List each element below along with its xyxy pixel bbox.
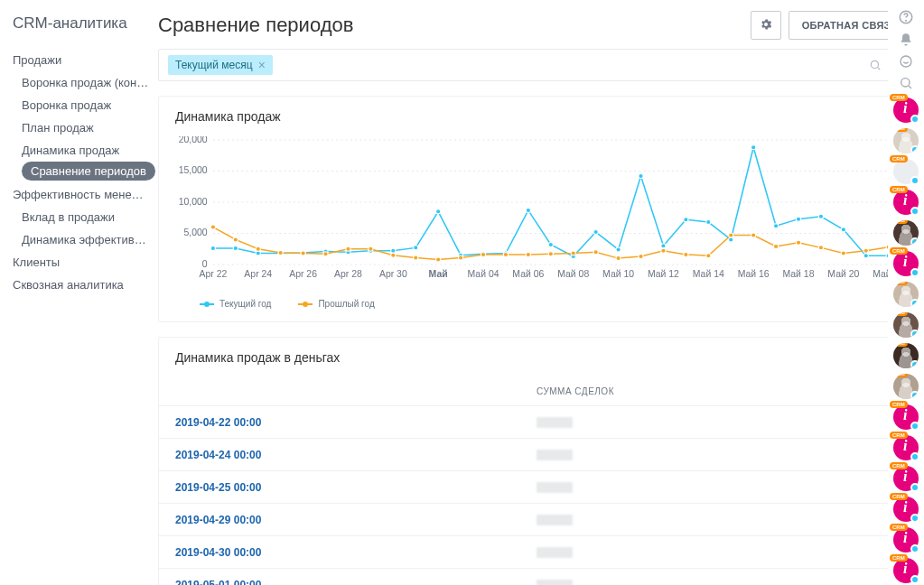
svg-point-0 xyxy=(871,60,878,68)
close-icon[interactable]: × xyxy=(258,59,266,71)
svg-point-93 xyxy=(906,20,907,21)
sidebar-group[interactable]: Сквозная аналитика xyxy=(13,274,149,296)
table-row: 2019-04-22 00:00 xyxy=(159,405,910,438)
svg-text:Май 08: Май 08 xyxy=(557,269,589,279)
svg-point-89 xyxy=(841,251,845,255)
svg-text:Apr 28: Apr 28 xyxy=(334,269,362,279)
date-link[interactable]: 2019-04-22 00:00 xyxy=(175,416,261,429)
sidebar-group[interactable]: Клиенты xyxy=(13,251,149,274)
avatar[interactable]: CRM xyxy=(893,312,919,338)
svg-point-87 xyxy=(796,240,800,245)
table-col-amount: СУММА СДЕЛОК xyxy=(537,386,894,396)
date-link[interactable]: 2019-04-30 00:00 xyxy=(175,546,261,559)
sidebar-item[interactable]: Динамика эффективно… xyxy=(22,228,149,251)
chart-legend: Текущий год Прошлый год xyxy=(159,292,910,321)
avatar[interactable]: CRM xyxy=(893,282,919,307)
svg-point-64 xyxy=(278,250,283,255)
svg-point-45 xyxy=(548,242,553,246)
avatar[interactable]: CRM xyxy=(893,435,919,460)
svg-point-55 xyxy=(773,224,778,228)
avatar[interactable]: CRM xyxy=(893,128,919,153)
svg-point-75 xyxy=(526,252,530,256)
svg-text:Apr 26: Apr 26 xyxy=(289,269,317,279)
svg-text:20,000: 20,000 xyxy=(179,136,208,144)
table-panel: Динамика продаж в деньгах СУММА СДЕЛОК 2… xyxy=(158,337,911,585)
svg-point-50 xyxy=(661,244,666,248)
svg-point-63 xyxy=(256,246,260,251)
amount-blur xyxy=(537,482,573,493)
sidebar-item[interactable]: Воронка продаж (конв… xyxy=(22,71,149,94)
table-col-empty xyxy=(175,386,537,396)
svg-text:Май 14: Май 14 xyxy=(693,269,724,279)
svg-text:Май: Май xyxy=(429,269,448,279)
avatar[interactable]: CRM xyxy=(893,251,919,276)
svg-point-39 xyxy=(414,246,418,250)
svg-point-90 xyxy=(863,248,868,253)
table-row: 2019-04-30 00:00 xyxy=(159,535,910,568)
right-rail: CRMCRMCRMCRMCRMCRMCRMCRMCRMCRMCRMCRMCRMC… xyxy=(888,0,924,585)
svg-text:Май 12: Май 12 xyxy=(648,269,679,279)
sidebar-item[interactable]: Вклад в продажи xyxy=(22,206,149,228)
sidebar-item[interactable]: Динамика продаж xyxy=(22,139,149,162)
svg-text:Май 16: Май 16 xyxy=(738,269,770,279)
avatar[interactable]: CRM xyxy=(893,404,919,430)
table-row: 2019-04-29 00:00 xyxy=(159,503,910,535)
svg-point-83 xyxy=(706,254,711,258)
chart-panel: Динамика продаж 05,00010,00015,00020,000… xyxy=(158,96,911,322)
avatar[interactable]: CRM xyxy=(893,343,919,368)
svg-point-80 xyxy=(639,255,643,259)
search-icon[interactable] xyxy=(869,59,882,71)
amount-blur xyxy=(537,580,573,586)
filter-bar[interactable]: Текущий месяц × xyxy=(158,49,911,81)
svg-text:10,000: 10,000 xyxy=(179,197,208,207)
chart-title: Динамика продаж xyxy=(159,97,910,136)
sidebar-item[interactable]: План продаж xyxy=(22,116,149,139)
svg-point-52 xyxy=(706,220,711,225)
settings-button[interactable] xyxy=(751,11,781,40)
bell-icon[interactable] xyxy=(895,32,917,47)
avatar[interactable]: CRM xyxy=(893,374,919,399)
search-rail-icon[interactable] xyxy=(895,76,917,90)
svg-point-59 xyxy=(863,254,868,258)
svg-point-67 xyxy=(346,246,350,251)
help-icon[interactable] xyxy=(895,9,917,25)
svg-text:Май 06: Май 06 xyxy=(512,269,544,279)
svg-point-72 xyxy=(458,255,462,260)
avatar[interactable]: CRM xyxy=(893,220,919,246)
date-link[interactable]: 2019-04-24 00:00 xyxy=(175,449,261,461)
avatar[interactable]: CRM xyxy=(893,466,919,491)
svg-text:Май 04: Май 04 xyxy=(468,269,499,279)
chat-icon[interactable] xyxy=(895,54,917,69)
svg-point-81 xyxy=(661,248,666,253)
sidebar-group[interactable]: Эффективность менеджер… xyxy=(13,183,149,206)
avatar[interactable]: CRM xyxy=(893,558,919,583)
svg-point-54 xyxy=(751,145,756,150)
svg-point-82 xyxy=(684,252,688,256)
svg-text:Май 10: Май 10 xyxy=(602,269,634,279)
sidebar-group[interactable]: Продажи xyxy=(13,49,149,71)
svg-point-86 xyxy=(773,244,778,248)
svg-point-62 xyxy=(233,237,238,242)
date-link[interactable]: 2019-04-29 00:00 xyxy=(175,514,261,526)
sidebar-item[interactable]: Воронка продаж xyxy=(22,94,149,116)
svg-point-30 xyxy=(210,246,215,251)
avatar[interactable]: CRM xyxy=(893,159,919,184)
avatar[interactable]: CRM xyxy=(893,98,919,123)
date-link[interactable]: 2019-04-25 00:00 xyxy=(175,481,261,494)
svg-point-58 xyxy=(841,228,845,232)
table-row: 2019-04-25 00:00 xyxy=(159,470,910,503)
avatar[interactable]: CRM xyxy=(893,190,919,215)
svg-point-68 xyxy=(369,246,373,251)
sidebar-item[interactable]: Сравнение периодов xyxy=(22,162,155,181)
amount-blur xyxy=(537,515,573,525)
svg-text:Apr 24: Apr 24 xyxy=(244,269,272,279)
avatar[interactable]: CRM xyxy=(893,527,919,552)
svg-point-38 xyxy=(391,248,396,253)
svg-point-70 xyxy=(414,255,418,260)
avatar[interactable]: CRM xyxy=(893,497,919,522)
filter-tag[interactable]: Текущий месяц × xyxy=(168,55,273,75)
gear-icon xyxy=(759,17,773,34)
page-title: Сравнение периодов xyxy=(158,14,353,37)
svg-point-65 xyxy=(301,251,305,255)
date-link[interactable]: 2019-05-01 00:00 xyxy=(175,579,261,585)
